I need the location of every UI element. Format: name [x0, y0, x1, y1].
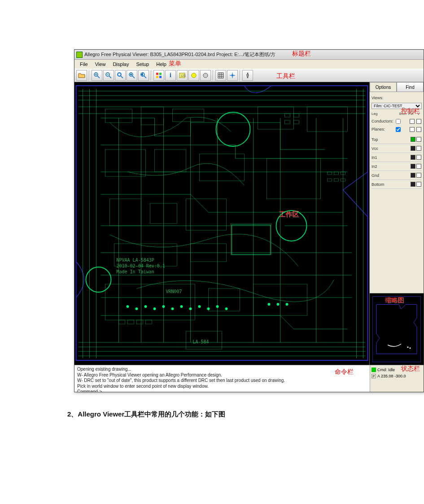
sidepanel-tabs: Options Find — [370, 82, 424, 92]
svg-point-41 — [127, 305, 129, 308]
svg-point-13 — [192, 73, 196, 78]
svg-point-51 — [216, 305, 219, 308]
tb-colors[interactable] — [153, 70, 164, 81]
svg-rect-71 — [119, 320, 125, 324]
menu-display[interactable]: Display — [109, 61, 132, 68]
svg-rect-69 — [334, 179, 339, 181]
svg-rect-62 — [294, 114, 299, 117]
toolbar: i 123 ? — [74, 69, 424, 82]
svg-text:VRN007: VRN007 — [166, 289, 182, 294]
status-led-icon — [372, 368, 376, 372]
svg-rect-10 — [159, 76, 162, 78]
layer-gnd: Gnd — [372, 173, 410, 178]
minimap[interactable]: 缩略图 — [370, 293, 424, 365]
options-panel: 控制栏 Views: Film: CIC-TEST_ Leg Etch Pin … — [370, 92, 424, 293]
svg-rect-7 — [156, 73, 158, 75]
side-panel: Options Find 控制栏 Views: Film: CIC-TEST_ … — [370, 82, 424, 365]
cmd-line-0: Opening existing drawing... — [77, 367, 367, 373]
svg-point-18 — [216, 112, 250, 146]
svg-rect-3 — [118, 73, 121, 76]
p-label[interactable]: P — [372, 374, 376, 378]
menu-help[interactable]: Help — [153, 61, 170, 68]
layer-top: Top — [372, 137, 410, 142]
legend-label: Leg — [372, 112, 398, 116]
app-window: Allegro Free Physical Viewer: B305_LA584… — [74, 49, 424, 392]
svg-point-50 — [207, 307, 210, 310]
planes-cb1[interactable] — [410, 127, 415, 132]
menu-file[interactable]: File — [76, 61, 92, 68]
tb-measure[interactable]: 123 — [177, 70, 188, 81]
svg-point-49 — [198, 305, 201, 308]
layer-in1: In1 — [372, 155, 410, 160]
command-pane[interactable]: 命令栏 Opening existing drawing... W- Alleg… — [74, 365, 370, 392]
svg-rect-8 — [159, 73, 162, 75]
svg-text:?: ? — [246, 73, 249, 78]
svg-point-55 — [286, 303, 288, 306]
main-area: 工作区 — [74, 82, 424, 365]
tb-grid[interactable] — [215, 70, 226, 81]
svg-point-75 — [407, 346, 409, 348]
tab-options[interactable]: Options — [370, 82, 397, 92]
cmd-line-1: W- Allegro Free Physical Viewer opening … — [77, 373, 367, 378]
svg-point-20 — [86, 267, 111, 292]
layer-list: Top Vcc In1 In2 Gnd Bottom — [372, 135, 422, 189]
menu-setup[interactable]: Setup — [132, 61, 153, 68]
svg-rect-61 — [285, 114, 290, 117]
conductors-chk[interactable] — [396, 119, 401, 124]
svg-text:Made In Taiwan: Made In Taiwan — [117, 269, 154, 274]
views-select[interactable]: Film: CIC-TEST_ — [372, 103, 422, 109]
svg-point-47 — [180, 305, 183, 308]
svg-rect-37 — [209, 289, 240, 311]
tb-zoom-world[interactable] — [127, 70, 137, 81]
pcb-canvas[interactable]: 工作区 — [74, 82, 370, 365]
svg-rect-32 — [186, 199, 227, 230]
svg-rect-23 — [173, 109, 204, 122]
tb-zoom-out[interactable] — [103, 70, 114, 81]
svg-point-45 — [162, 305, 165, 308]
tb-open[interactable] — [76, 70, 87, 81]
cmd-line-2: W- DRC set to "out of date", this produc… — [77, 378, 367, 384]
coords: A 235.08 -300.0 — [377, 374, 406, 378]
svg-rect-22 — [141, 107, 164, 125]
svg-rect-66 — [334, 172, 339, 175]
menu-view[interactable]: View — [92, 61, 109, 68]
svg-rect-25 — [307, 107, 348, 131]
tb-unhighlight[interactable] — [200, 70, 211, 81]
planes-label: Planes: — [372, 127, 395, 131]
svg-text:2010-02-04 Rev:0.1: 2010-02-04 Rev:0.1 — [117, 263, 165, 268]
svg-rect-73 — [137, 320, 143, 324]
cmd-prompt: Command > — [77, 389, 367, 392]
svg-rect-29 — [267, 158, 321, 199]
cond-cb2[interactable] — [416, 119, 421, 124]
tb-findxy[interactable] — [227, 70, 238, 81]
menubar: File View Display Setup Help — [74, 60, 424, 69]
tb-info[interactable]: i — [165, 70, 176, 81]
svg-rect-27 — [155, 149, 186, 172]
svg-rect-65 — [328, 172, 332, 175]
cond-cb1[interactable] — [410, 119, 415, 124]
planes-chk[interactable] — [396, 127, 401, 132]
svg-point-52 — [225, 307, 228, 310]
svg-point-44 — [153, 307, 156, 310]
planes-cb2[interactable] — [416, 127, 421, 132]
svg-point-14 — [203, 73, 208, 78]
svg-rect-74 — [146, 320, 152, 324]
status-right: 状态栏 Cmd: Idle P A 235.08 -300.0 — [370, 365, 424, 392]
tb-zoom-in[interactable] — [92, 70, 102, 81]
tb-help[interactable]: ? — [242, 70, 253, 81]
svg-rect-24 — [258, 107, 294, 129]
layer-in2: In2 — [372, 164, 410, 169]
svg-text:123: 123 — [180, 74, 186, 77]
svg-rect-30 — [110, 199, 141, 226]
tab-find[interactable]: Find — [397, 82, 424, 92]
tb-highlight[interactable] — [188, 70, 199, 81]
tb-zoom-fit[interactable] — [115, 70, 126, 81]
svg-text:NPVAA  LA-5843P: NPVAA LA-5843P — [117, 258, 154, 263]
figure-caption: 2、Allegro Viewer工具栏中常用的几个功能：如下图 — [67, 410, 424, 419]
svg-point-54 — [277, 303, 280, 306]
svg-rect-72 — [128, 320, 134, 324]
svg-point-76 — [410, 347, 411, 349]
cmd-label: Cmd: — [377, 368, 387, 372]
titlebar-text: Allegro Free Physical Viewer: B305_LA584… — [84, 51, 275, 58]
tb-zoom-prev[interactable] — [138, 70, 149, 81]
